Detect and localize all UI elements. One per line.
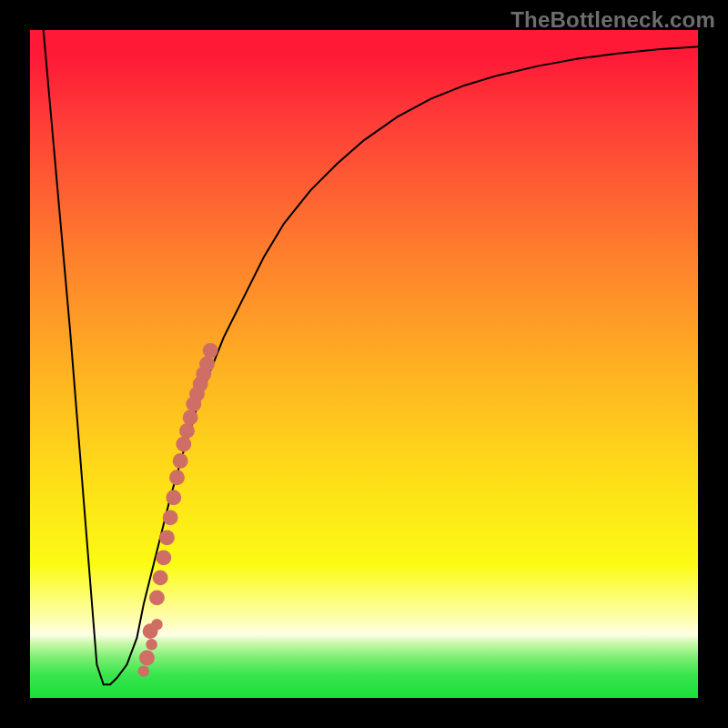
chart-svg (30, 30, 698, 698)
highlight-markers (138, 343, 218, 677)
chart-frame: TheBottleneck.com (0, 0, 728, 728)
marker-dot (183, 410, 198, 425)
marker-dot (159, 530, 175, 545)
marker-dot (189, 387, 205, 402)
marker-dot (179, 423, 195, 439)
marker-dot (138, 665, 149, 676)
marker-dot (199, 357, 215, 372)
marker-dot (169, 470, 185, 485)
watermark-text: TheBottleneck.com (511, 7, 715, 33)
bottleneck-curve (44, 30, 698, 684)
marker-dot (139, 651, 155, 666)
marker-dot (196, 367, 211, 382)
marker-dot (193, 377, 208, 392)
marker-dot (203, 343, 218, 359)
marker-dot (173, 453, 188, 469)
marker-dot (146, 639, 157, 650)
marker-dot (163, 510, 178, 525)
marker-dot (143, 623, 158, 639)
marker-dot (176, 437, 191, 452)
marker-dot (166, 490, 181, 505)
marker-dot (149, 590, 165, 605)
plot-area (30, 30, 698, 698)
marker-dot (186, 397, 201, 412)
marker-dot (156, 550, 171, 565)
marker-dot (153, 570, 168, 585)
marker-dot (151, 619, 162, 630)
